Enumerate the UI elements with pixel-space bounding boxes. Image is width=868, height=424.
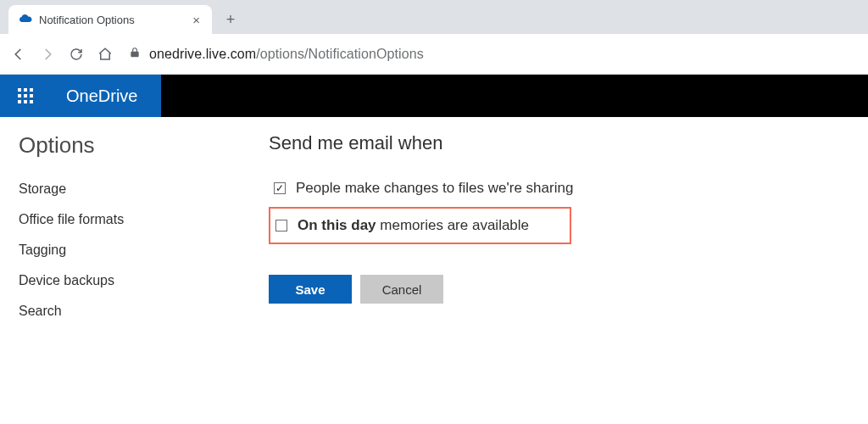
button-row: Save Cancel — [269, 275, 868, 304]
onedrive-favicon-icon — [19, 13, 32, 26]
url-field[interactable]: onedrive.live.com/options/NotificationOp… — [125, 41, 858, 68]
new-tab-button[interactable]: + — [219, 8, 242, 31]
browser-chrome: Notification Options × + onedrive.live.c… — [0, 0, 868, 75]
brand[interactable]: OneDrive — [51, 75, 161, 117]
close-icon[interactable]: × — [191, 13, 202, 27]
app-launcher-button[interactable] — [0, 75, 51, 117]
checkbox-on-this-day[interactable] — [275, 220, 287, 232]
url-text: onedrive.live.com/options/NotificationOp… — [149, 47, 424, 62]
brand-label: OneDrive — [66, 86, 137, 106]
home-button[interactable] — [97, 46, 114, 63]
content: Send me email when ✓ People make changes… — [250, 117, 868, 424]
sidebar-item-office-file-formats[interactable]: Office file formats — [19, 204, 250, 235]
save-button[interactable]: Save — [269, 275, 352, 304]
app-header: OneDrive — [0, 75, 868, 117]
sidebar-item-tagging[interactable]: Tagging — [19, 235, 250, 265]
option-label: People make changes to files we're shari… — [296, 180, 573, 197]
sidebar: Options Storage Office file formats Tagg… — [0, 117, 250, 424]
option-row-on-this-day: On this day memories are available — [269, 207, 571, 244]
option-label: On this day memories are available — [298, 217, 529, 234]
main: Options Storage Office file formats Tagg… — [0, 117, 868, 424]
tab-title: Notification Options — [39, 14, 184, 26]
lock-icon — [129, 47, 141, 62]
checkbox-share-changes[interactable]: ✓ — [274, 182, 286, 194]
section-title: Send me email when — [269, 132, 868, 154]
sidebar-item-storage[interactable]: Storage — [19, 174, 250, 204]
browser-tab[interactable]: Notification Options × — [8, 5, 212, 34]
sidebar-title: Options — [19, 132, 250, 159]
tab-strip: Notification Options × + — [0, 0, 868, 34]
reload-button[interactable] — [68, 46, 85, 63]
back-button[interactable] — [10, 46, 27, 63]
option-row-share-changes: ✓ People make changes to files we're sha… — [269, 173, 868, 204]
waffle-icon — [18, 88, 33, 103]
forward-button[interactable] — [39, 46, 56, 63]
sidebar-item-device-backups[interactable]: Device backups — [19, 265, 250, 296]
address-bar: onedrive.live.com/options/NotificationOp… — [0, 34, 868, 75]
sidebar-item-search[interactable]: Search — [19, 296, 250, 326]
cancel-button[interactable]: Cancel — [360, 275, 443, 304]
